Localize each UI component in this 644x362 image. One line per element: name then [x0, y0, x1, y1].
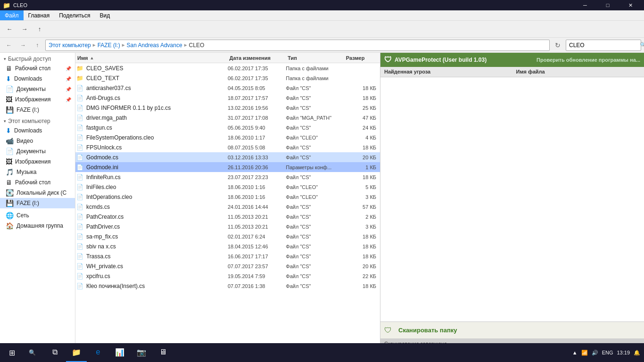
- avp-update-link[interactable]: Проверить обновление программы на...: [537, 57, 640, 63]
- sidebar-label-music: Музыка: [17, 169, 36, 175]
- breadcrumb-computer[interactable]: Этот компьютер: [49, 42, 91, 49]
- taskbar-notification[interactable]: 🔔: [634, 350, 640, 356]
- taskbar-icon5[interactable]: 🖥: [153, 343, 173, 362]
- table-row[interactable]: 📄 DMG INFORMER 0.1.1 by p1c.cs 13.02.201…: [75, 103, 380, 113]
- breadcrumb-drive[interactable]: FAZE (I:): [98, 42, 120, 49]
- nav-forward-btn[interactable]: →: [17, 39, 29, 51]
- table-row[interactable]: 📄 Godmode.cs 03.12.2016 13:33 Файл "CS" …: [75, 152, 380, 162]
- title-bar: 📁 CLEO ─ □ ✕: [0, 0, 644, 10]
- sidebar-item-video[interactable]: 📹 Видео: [0, 136, 75, 146]
- file-size: 18 КБ: [344, 234, 380, 239]
- file-date: 02.01.2017 6:24: [228, 234, 286, 239]
- file-type: Файл "CS": [286, 95, 344, 101]
- quick-access-header[interactable]: ▾ Быстрый доступ: [0, 55, 75, 63]
- menu-item-file[interactable]: Файл: [0, 10, 24, 20]
- forward-button[interactable]: →: [18, 23, 31, 36]
- table-row[interactable]: 📄 Кleo починка(Insert).cs 07.07.2016 1:3…: [75, 281, 380, 291]
- back-button[interactable]: ←: [3, 23, 16, 36]
- taskbar-taskview[interactable]: ⧉: [44, 343, 65, 362]
- sidebar-item-pics[interactable]: 🖼 Изображения: [0, 156, 75, 167]
- minimize-button[interactable]: ─: [574, 0, 596, 10]
- col-header-name[interactable]: Имя ▲: [75, 53, 228, 63]
- table-row[interactable]: 📄 anticrasher037.cs 04.05.2015 8:05 Файл…: [75, 83, 380, 93]
- file-size: 18 КБ: [344, 174, 380, 180]
- sidebar-item-downloads-quick[interactable]: ⬇ Downloads 📌: [0, 74, 75, 84]
- taskbar-icon3[interactable]: 📊: [109, 343, 130, 362]
- computer-header[interactable]: ▾ Этот компьютер: [0, 117, 75, 125]
- maximize-button[interactable]: □: [597, 0, 619, 10]
- table-row[interactable]: 📄 driver.mga_path 31.07.2017 17:08 Файл …: [75, 113, 380, 123]
- sidebar-item-desktop-quick[interactable]: 🖥 Рабочий стол 📌: [0, 63, 75, 74]
- sidebar-item-homegroup[interactable]: 🏠 Домашняя группа: [0, 221, 75, 231]
- sidebar-item-docs[interactable]: 📄 Документы: [0, 146, 75, 156]
- table-row[interactable]: 📄 FileSystemOperations.cleo 18.06.2010 1…: [75, 132, 380, 142]
- taskbar-search-button[interactable]: 🔍: [24, 344, 41, 361]
- search-icon: 🔍: [640, 42, 644, 48]
- taskbar-explorer[interactable]: 📁: [66, 343, 87, 362]
- taskbar-time: 13:19: [617, 350, 630, 355]
- start-button[interactable]: ⊞: [0, 343, 24, 362]
- table-row[interactable]: 📄 Godmode.ini 26.11.2016 20:36 Параметры…: [75, 162, 380, 172]
- table-row[interactable]: 📄 Anti-Drugs.cs 18.07.2017 17:57 Файл "C…: [75, 93, 380, 103]
- sidebar-item-local-disk[interactable]: 💽 Локальный диск (C: [0, 188, 75, 198]
- sidebar-item-music[interactable]: 🎵 Музыка: [0, 167, 75, 177]
- table-row[interactable]: 📄 xpcifru.cs 19.05.2014 7:59 Файл "CS" 2…: [75, 271, 380, 281]
- table-row[interactable]: 📁 CLEO_TEXT 06.02.2017 17:35 Папка с фай…: [75, 73, 380, 83]
- up-button[interactable]: ↑: [33, 23, 46, 36]
- avp-scan-shield-icon: 🛡: [384, 326, 392, 335]
- col-header-size[interactable]: Размер: [344, 53, 380, 63]
- sidebar-item-desktop[interactable]: 🖥 Рабочий стол: [0, 177, 75, 188]
- file-type: Файл "CS": [286, 145, 344, 150]
- table-row[interactable]: 📄 IntOperations.cleo 18.06.2010 1:16 Фай…: [75, 192, 380, 202]
- avp-title: AVPGameProtect (User build 1.03): [395, 57, 534, 63]
- table-row[interactable]: 📄 WH_private.cs 07.07.2017 23:57 Файл "C…: [75, 261, 380, 271]
- avp-scan-button[interactable]: Сканировать папку: [395, 325, 640, 336]
- col-header-type[interactable]: Тип: [286, 53, 344, 63]
- col-header-date[interactable]: Дата изменения: [228, 53, 286, 63]
- nav-back-btn[interactable]: ←: [3, 39, 15, 51]
- file-type: Файл "CLEO": [286, 184, 344, 190]
- table-row[interactable]: 📄 IniFiles.cleo 18.06.2010 1:16 Файл "CL…: [75, 182, 380, 192]
- file-name: sa-mp_fix.cs: [84, 233, 228, 240]
- docs-quick-icon: 📄: [6, 85, 14, 93]
- sidebar-item-faze[interactable]: 💾 FAZE (I:): [0, 198, 75, 208]
- file-icon: 📄: [75, 204, 84, 210]
- sidebar-item-faze-quick[interactable]: 💾 FAZE (I:): [0, 105, 75, 115]
- table-row[interactable]: 📄 sa-mp_fix.cs 02.01.2017 6:24 Файл "CS"…: [75, 231, 380, 241]
- sidebar-item-pics-quick[interactable]: 🖼 Изображения 📌: [0, 94, 75, 105]
- table-row[interactable]: 📄 sbiv na x.cs 18.04.2015 12:46 Файл "CS…: [75, 241, 380, 251]
- table-row[interactable]: 📄 PathDriver.cs 11.05.2013 20:21 Файл "C…: [75, 222, 380, 231]
- taskbar-tray-arrow[interactable]: ▲: [572, 350, 578, 355]
- nav-up-btn[interactable]: ↑: [31, 39, 43, 51]
- table-row[interactable]: 📄 InfiniteRun.cs 23.07.2017 23:23 Файл "…: [75, 172, 380, 182]
- sidebar-item-downloads[interactable]: ⬇ Downloads: [0, 125, 75, 136]
- breadcrumb-folder[interactable]: San Andreas Advance: [127, 42, 182, 49]
- close-button[interactable]: ✕: [619, 0, 641, 10]
- menu-item-view[interactable]: Вид: [95, 10, 115, 20]
- file-size: 4 КБ: [344, 135, 380, 140]
- table-row[interactable]: 📄 Trassa.cs 16.06.2017 17:17 Файл "CS" 1…: [75, 251, 380, 261]
- sidebar-item-docs-quick[interactable]: 📄 Документы 📌: [0, 84, 75, 94]
- table-row[interactable]: 📄 FPSUnlock.cs 08.07.2015 5:08 Файл "CS"…: [75, 142, 380, 152]
- file-size: 24 КБ: [344, 125, 380, 131]
- col-name-label: Имя: [77, 55, 88, 61]
- faze-quick-icon: 💾: [6, 106, 14, 114]
- table-row[interactable]: 📄 kcmds.cs 24.01.2016 14:44 Файл "CS" 57…: [75, 202, 380, 212]
- menu-item-home[interactable]: Главная: [24, 10, 55, 20]
- taskbar-icon4[interactable]: 📷: [131, 343, 152, 362]
- taskbar-edge[interactable]: e: [88, 343, 108, 362]
- avp-col-file-header: Имя файла: [512, 67, 644, 77]
- sidebar-item-network[interactable]: 🌐 Сеть: [0, 210, 75, 221]
- search-input[interactable]: [569, 42, 640, 49]
- file-icon: 📄: [75, 164, 84, 171]
- taskbar-network-icon: 📶: [581, 350, 588, 356]
- table-row[interactable]: 📄 fastgun.cs 05.06.2015 9:40 Файл "CS" 2…: [75, 123, 380, 132]
- table-row[interactable]: 📄 PathCreator.cs 11.05.2013 20:21 Файл "…: [75, 212, 380, 222]
- col-date-label: Дата изменения: [230, 55, 271, 61]
- file-date: 13.02.2016 19:56: [228, 105, 286, 111]
- refresh-button[interactable]: ↻: [552, 39, 564, 51]
- search-bar[interactable]: 🔍: [566, 40, 641, 51]
- breadcrumb[interactable]: Этот компьютер ► FAZE (I:) ► San Andreas…: [45, 40, 550, 51]
- table-row[interactable]: 📁 CLEO_SAVES 06.02.2017 17:35 Папка с фа…: [75, 63, 380, 73]
- menu-item-share[interactable]: Поделиться: [54, 10, 95, 20]
